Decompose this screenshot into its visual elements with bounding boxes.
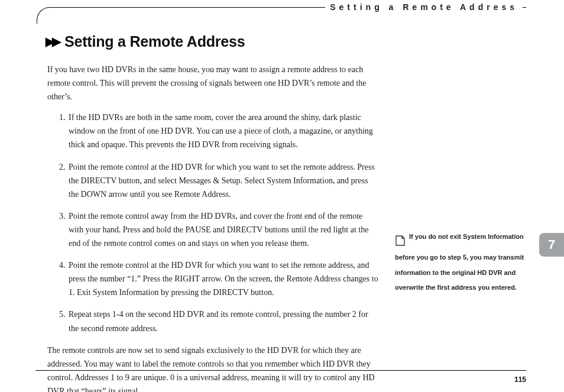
margin-note: If you do not exit System Information be… <box>395 229 533 295</box>
list-item: Point the remote control at the HD DVR f… <box>67 258 378 299</box>
page-heading: ▶▶ Setting a Remote Address <box>46 33 245 50</box>
body-column: If you have two HD DVRs in the same hous… <box>47 63 378 392</box>
note-icon <box>395 235 406 252</box>
outro-paragraph: The remote controls are now set to send … <box>47 344 378 392</box>
page-number: 115 <box>514 375 526 384</box>
list-item: Point the remote control at the HD DVR f… <box>67 160 378 201</box>
steps-list: If the HD DVRs are both in the same room… <box>47 111 378 335</box>
chapter-number: 7 <box>548 237 555 252</box>
heading-text: Setting a Remote Address <box>64 33 245 50</box>
chapter-tab: 7 <box>539 233 564 257</box>
margin-note-text: If you do not exit System Information be… <box>395 233 524 291</box>
page-bottom-rule <box>35 370 526 371</box>
heading-arrows-icon: ▶▶ <box>46 35 59 47</box>
list-item: Repeat steps 1-4 on the second HD DVR an… <box>67 307 378 335</box>
list-item: If the HD DVRs are both in the same room… <box>67 111 378 151</box>
list-item: Point the remote control away from the H… <box>67 209 378 250</box>
running-head: Setting a Remote Address <box>325 2 523 12</box>
intro-paragraph: If you have two HD DVRs in the same hous… <box>47 63 378 103</box>
